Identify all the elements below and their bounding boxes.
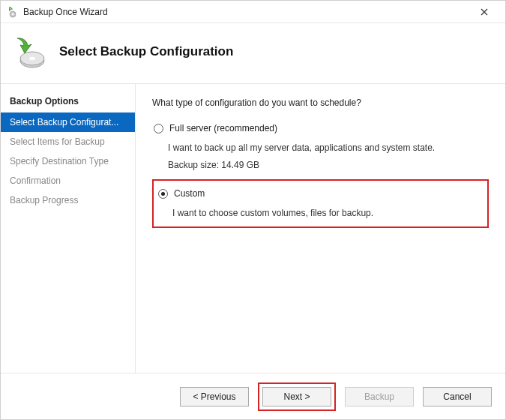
step-backup-progress[interactable]: Backup Progress (1, 190, 135, 210)
radio-custom[interactable] (158, 189, 168, 199)
option-full-server-desc: I want to back up all my server data, ap… (152, 141, 489, 155)
window-title: Backup Once Wizard (23, 7, 469, 17)
config-question: What type of configuration do you want t… (152, 98, 489, 108)
svg-point-1 (12, 13, 14, 15)
option-custom-desc: I want to choose custom volumes, files f… (157, 206, 484, 220)
option-full-server[interactable]: Full server (recommended) (152, 120, 489, 138)
option-full-server-size: Backup size: 14.49 GB (152, 160, 489, 170)
radio-full-server[interactable] (154, 124, 163, 134)
backup-wizard-icon (13, 34, 49, 70)
step-specify-destination-type[interactable]: Specify Destination Type (1, 152, 135, 171)
option-full-server-title: Full server (recommended) (169, 123, 487, 134)
backup-app-icon (7, 6, 19, 18)
next-button-highlight: Next > (258, 382, 336, 411)
previous-button[interactable]: < Previous (180, 387, 249, 406)
option-custom[interactable]: Custom (157, 185, 484, 203)
svg-point-4 (29, 57, 35, 60)
wizard-content: What type of configuration do you want t… (136, 84, 505, 374)
close-icon[interactable] (469, 2, 499, 22)
next-button[interactable]: Next > (262, 387, 331, 406)
wizard-footer: < Previous Next > Backup Cancel (1, 373, 505, 419)
sidebar-heading: Backup Options (1, 92, 135, 112)
titlebar: Backup Once Wizard (1, 1, 505, 23)
option-custom-highlight: Custom I want to choose custom volumes, … (152, 179, 489, 228)
step-select-backup-configuration[interactable]: Select Backup Configurat... (1, 112, 135, 132)
option-custom-title: Custom (174, 188, 483, 199)
wizard-body: Backup Options Select Backup Configurat.… (1, 84, 505, 374)
page-title: Select Backup Configuration (59, 44, 233, 59)
wizard-steps-sidebar: Backup Options Select Backup Configurat.… (1, 84, 136, 374)
backup-button: Backup (345, 387, 414, 406)
cancel-button[interactable]: Cancel (423, 387, 492, 406)
wizard-header: Select Backup Configuration (1, 23, 505, 84)
step-select-items-for-backup[interactable]: Select Items for Backup (1, 132, 135, 152)
step-confirmation[interactable]: Confirmation (1, 171, 135, 190)
